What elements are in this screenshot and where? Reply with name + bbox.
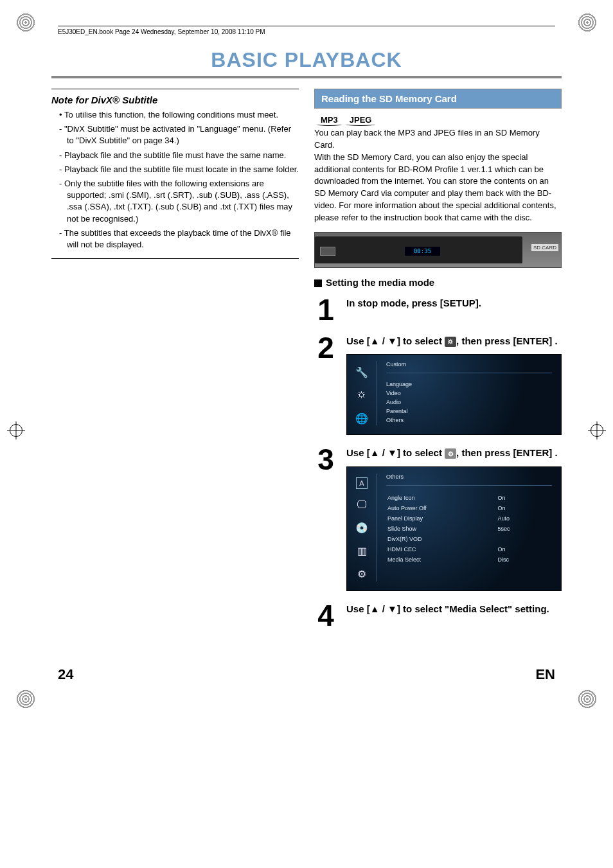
sd-card-label: SD CARD — [531, 244, 558, 251]
audio-icon: 💿 — [355, 521, 369, 535]
intro-paragraph: You can play back the MP3 and JPEG files… — [314, 127, 562, 224]
menu-screenshot-custom: 🔧 ⛭ 🌐 Custom Language Video Audio Parent… — [346, 354, 562, 435]
note-item: To utilise this function, the following … — [59, 109, 299, 121]
step-number: 1 — [314, 297, 337, 323]
language-icon: A — [356, 477, 368, 489]
player-diagram: 00:35 SD CARD — [314, 232, 562, 268]
menu-item: Parental — [386, 407, 552, 416]
others-icon: ⚙ — [355, 567, 369, 581]
badge-mp3: MP3 — [317, 115, 342, 125]
arrow-up-icon — [370, 447, 380, 458]
crop-mark — [578, 13, 597, 32]
note-heading: Note for DivX® Subtitle — [51, 94, 299, 105]
video-icon: 🖵 — [355, 498, 369, 512]
t: , then press [ENTER] . — [456, 335, 558, 346]
arrow-down-icon — [387, 335, 397, 346]
registration-mark — [10, 424, 22, 437]
menu-row: DivX(R) VOD — [387, 535, 551, 544]
step-text: In stop mode, press [SETUP]. — [346, 297, 562, 310]
t: , then press [ENTER] . — [456, 447, 558, 458]
t: Use [ — [346, 447, 370, 458]
note-item: The subtitles that exceeds the playback … — [59, 227, 299, 251]
step-1: 1 In stop mode, press [SETUP]. — [314, 297, 562, 323]
menu-item: Video — [386, 389, 552, 398]
menu-value: On — [479, 504, 551, 513]
format-badges: MP3 JPEG — [314, 115, 562, 125]
menu-item: Audio — [386, 398, 552, 407]
note-item: "DivX Subtitle" must be activated in "La… — [59, 123, 299, 146]
player-display: 00:35 — [405, 247, 440, 256]
subheading-text: Setting the media mode — [326, 277, 434, 288]
menu-value — [479, 535, 551, 544]
note-item: Only the subtitle files with the followi… — [59, 178, 299, 225]
menu-value: Disc — [479, 555, 551, 564]
menu-value: On — [479, 545, 551, 554]
right-column: Reading the SD Memory Card MP3 JPEG You … — [314, 89, 562, 641]
book-header: E5J30ED_EN.book Page 24 Wednesday, Septe… — [58, 26, 555, 48]
menu-value: On — [479, 493, 551, 502]
menu-row: Media SelectDisc — [387, 555, 551, 564]
others-category-icon: ⚙ — [445, 448, 456, 459]
t: / — [380, 447, 388, 458]
menu-item: Others — [386, 416, 552, 425]
menu-row: Angle IconOn — [387, 493, 551, 502]
wrench-icon: 🔧 — [355, 365, 369, 379]
arrow-up-icon — [370, 335, 380, 346]
note-box: Note for DivX® Subtitle To utilise this … — [51, 89, 299, 259]
menu-value: Auto — [479, 514, 551, 523]
menu-item: Language — [386, 380, 552, 389]
t: Use [ — [346, 335, 370, 346]
menu-screenshot-others: A 🖵 💿 ▥ ⚙ Others Angle IconOn Auto Power… — [346, 466, 562, 591]
menu-label: Slide Show — [387, 524, 477, 533]
arrow-up-icon — [370, 603, 380, 614]
menu-list: Language Video Audio Parental Others — [386, 380, 552, 425]
section-header: Reading the SD Memory Card — [314, 89, 562, 109]
page-footer: 24 EN — [51, 666, 562, 683]
step-text: Use [ / ] to select "Media Select" setti… — [346, 603, 562, 616]
step-number: 2 — [314, 335, 337, 361]
menu-label: HDMI CEC — [387, 545, 477, 554]
menu-label: DivX(R) VOD — [387, 535, 477, 544]
page-title: BASIC PLAYBACK — [51, 48, 562, 78]
arrow-down-icon — [387, 447, 397, 458]
settings-icon: ⛭ — [355, 388, 369, 402]
menu-label: Angle Icon — [387, 493, 477, 502]
crop-mark — [16, 13, 35, 32]
t: / — [380, 335, 388, 346]
step-text: Use [ / ] to select ⛭, then press [ENTER… — [346, 335, 562, 348]
menu-table: Angle IconOn Auto Power OffOn Panel Disp… — [386, 492, 552, 565]
left-column: Note for DivX® Subtitle To utilise this … — [51, 89, 299, 641]
menu-value: 5sec — [479, 524, 551, 533]
note-item: Playback file and the subtitle file must… — [59, 150, 299, 161]
menu-row: HDMI CECOn — [387, 545, 551, 554]
menu-label: Media Select — [387, 555, 477, 564]
menu-row: Panel DisplayAuto — [387, 514, 551, 523]
crop-mark — [578, 689, 597, 709]
menu-row: Auto Power OffOn — [387, 504, 551, 513]
settings-category-icon: ⛭ — [445, 337, 456, 347]
step-3: 3 Use [ / ] to select ⚙, then press [ENT… — [314, 447, 562, 590]
menu-header: Custom — [386, 361, 552, 373]
crop-mark — [16, 689, 35, 709]
subheading: Setting the media mode — [314, 277, 562, 288]
registration-mark — [591, 424, 603, 437]
page-language: EN — [535, 666, 555, 683]
note-list: To utilise this function, the following … — [51, 109, 299, 251]
player-display-text: 00:35 — [414, 248, 431, 254]
step-number: 4 — [314, 603, 337, 629]
step-4: 4 Use [ / ] to select "Media Select" set… — [314, 603, 562, 629]
t: ] to select — [397, 335, 445, 346]
menu-header: Others — [386, 474, 552, 486]
badge-jpeg: JPEG — [346, 115, 376, 125]
t: ] to select "Media Select" setting. — [397, 603, 549, 614]
note-item: Playback file and the subtitle file must… — [59, 164, 299, 175]
sd-slot-icon — [320, 247, 335, 256]
menu-label: Auto Power Off — [387, 504, 477, 513]
arrow-down-icon — [387, 603, 397, 614]
page-number: 24 — [58, 666, 73, 683]
globe-icon: 🌐 — [355, 411, 369, 425]
square-bullet-icon — [314, 279, 322, 287]
menu-row: Slide Show5sec — [387, 524, 551, 533]
t: ] to select — [397, 447, 445, 458]
menu-label: Panel Display — [387, 514, 477, 523]
